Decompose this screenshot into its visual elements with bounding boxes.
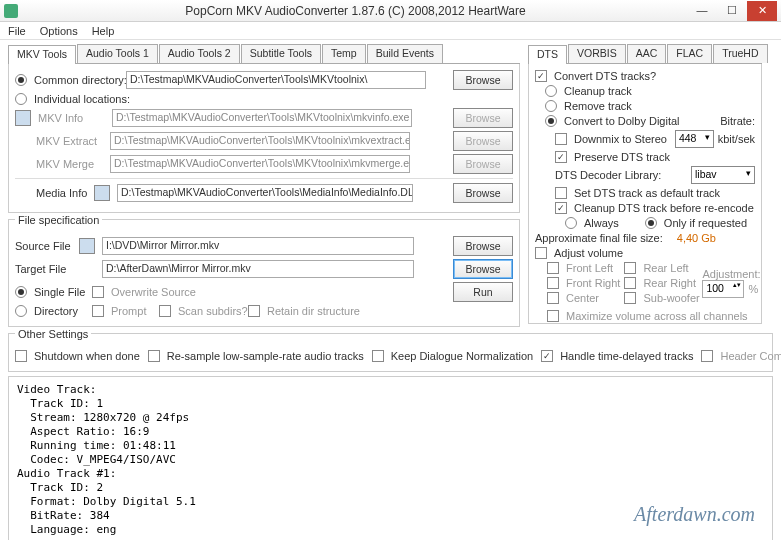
menu-file[interactable]: File [8, 25, 26, 37]
label-rear-right: Rear Right [643, 277, 696, 289]
tab-flac[interactable]: FLAC [667, 44, 712, 63]
check-front-right[interactable] [547, 277, 559, 289]
label-cleanup-track: Cleanup track [564, 85, 632, 97]
label-convert-dolby: Convert to Dolby Digital [564, 115, 680, 127]
tab-audio-tools-1[interactable]: Audio Tools 1 [77, 44, 158, 63]
check-keep-dialogue[interactable] [372, 350, 384, 362]
check-prompt[interactable] [92, 305, 104, 317]
window-title: PopCorn MKV AudioConverter 1.87.6 (C) 20… [24, 4, 687, 18]
select-bitrate[interactable]: 448 [675, 130, 714, 148]
browse-media-info[interactable]: Browse [453, 183, 513, 203]
tab-mkv-tools[interactable]: MKV Tools [8, 45, 76, 64]
check-center[interactable] [547, 292, 559, 304]
check-scan-subdirs[interactable] [159, 305, 171, 317]
select-decoder[interactable]: libav [691, 166, 755, 184]
minimize-button[interactable]: — [687, 1, 717, 21]
tab-truehd[interactable]: TrueHD [713, 44, 767, 63]
check-cleanup-before[interactable] [555, 202, 567, 214]
check-handle-td[interactable] [541, 350, 553, 362]
tab-vorbis[interactable]: VORBIS [568, 44, 626, 63]
check-shutdown[interactable] [15, 350, 27, 362]
check-convert-dts[interactable] [535, 70, 547, 82]
file-specification-title: File specification [15, 214, 102, 226]
check-overwrite-source[interactable] [92, 286, 104, 298]
tab-subtitle-tools[interactable]: Subtitle Tools [241, 44, 321, 63]
mediainfo-icon [94, 185, 110, 201]
label-preserve-dts: Preserve DTS track [574, 151, 670, 163]
check-maximize-volume[interactable] [547, 310, 559, 322]
radio-convert-dolby[interactable] [545, 115, 557, 127]
input-common-directory[interactable]: D:\Testmap\MKVAudioConverter\Tools\MKVto… [126, 71, 426, 89]
app-icon [4, 4, 18, 18]
right-tabs: DTS VORBIS AAC FLAC TrueHD [528, 44, 762, 64]
check-front-left[interactable] [547, 262, 559, 274]
browse-mkv-extract[interactable]: Browse [453, 131, 513, 151]
check-rear-left[interactable] [624, 262, 636, 274]
label-center: Center [566, 292, 599, 304]
label-always: Always [584, 217, 619, 229]
label-resample: Re-sample low-sample-rate audio tracks [167, 350, 364, 362]
titlebar: PopCorn MKV AudioConverter 1.87.6 (C) 20… [0, 0, 781, 22]
check-adjust-volume[interactable] [535, 247, 547, 259]
input-mkv-extract[interactable]: D:\Testmap\MKVAudioConverter\Tools\MKVto… [110, 132, 410, 150]
label-scan-subdirs: Scan subdirs? [178, 305, 244, 317]
label-decoder: DTS Decoder Library: [555, 169, 661, 181]
browse-source-file[interactable]: Browse [453, 236, 513, 256]
input-adjustment[interactable]: 100 [702, 280, 744, 298]
radio-remove-track[interactable] [545, 100, 557, 112]
browse-mkv-merge[interactable]: Browse [453, 154, 513, 174]
label-cleanup-before: Cleanup DTS track before re-encode [574, 202, 754, 214]
browse-target-file[interactable]: Browse [453, 259, 513, 279]
check-set-default[interactable] [555, 187, 567, 199]
label-front-right: Front Right [566, 277, 620, 289]
tab-aac[interactable]: AAC [627, 44, 667, 63]
run-button[interactable]: Run [453, 282, 513, 302]
check-retain-dir[interactable] [248, 305, 260, 317]
value-approx-size: 4,40 Gb [677, 232, 716, 244]
check-resample[interactable] [148, 350, 160, 362]
input-target-file[interactable]: D:\AfterDawn\Mirror Mirror.mkv [102, 260, 414, 278]
check-rear-right[interactable] [624, 277, 636, 289]
check-preserve-dts[interactable] [555, 151, 567, 163]
label-only-requested: Only if requested [664, 217, 747, 229]
radio-only-requested[interactable] [645, 217, 657, 229]
menu-options[interactable]: Options [40, 25, 78, 37]
close-button[interactable]: ✕ [747, 1, 777, 21]
tab-build-events[interactable]: Build Events [367, 44, 443, 63]
tab-audio-tools-2[interactable]: Audio Tools 2 [159, 44, 240, 63]
label-pct: % [748, 283, 758, 295]
menu-help[interactable]: Help [92, 25, 115, 37]
radio-cleanup-track[interactable] [545, 85, 557, 97]
other-settings-group: Other Settings Shutdown when done Re-sam… [8, 333, 773, 372]
browse-mkv-info[interactable]: Browse [453, 108, 513, 128]
radio-directory[interactable] [15, 305, 27, 317]
check-subwoofer[interactable] [624, 292, 636, 304]
input-mkv-info[interactable]: D:\Testmap\MKVAudioConverter\Tools\MKVto… [112, 109, 412, 127]
input-mkv-merge[interactable]: D:\Testmap\MKVAudioConverter\Tools\MKVto… [110, 155, 410, 173]
label-handle-td: Handle time-delayed tracks [560, 350, 693, 362]
tab-temp[interactable]: Temp [322, 44, 366, 63]
label-adjustment: Adjustment: [702, 268, 760, 280]
label-overwrite-source: Overwrite Source [111, 286, 196, 298]
menubar: File Options Help [0, 22, 781, 40]
tab-dts[interactable]: DTS [528, 45, 567, 64]
input-source-file[interactable]: I:\DVD\Mirror Mirror.mkv [102, 237, 414, 255]
label-bitrate-unit: kbit/sek [718, 133, 755, 145]
radio-single-file[interactable] [15, 286, 27, 298]
radio-always[interactable] [565, 217, 577, 229]
check-downmix[interactable] [555, 133, 567, 145]
radio-common-directory[interactable] [15, 74, 27, 86]
browse-common-directory[interactable]: Browse [453, 70, 513, 90]
label-target-file: Target File [15, 263, 75, 275]
label-adjust-volume: Adjust volume [554, 247, 623, 259]
label-directory: Directory [34, 305, 88, 317]
dts-panel: Convert DTS tracks? Cleanup track Remove… [528, 64, 762, 324]
maximize-button[interactable]: ☐ [717, 1, 747, 21]
input-media-info[interactable]: D:\Testmap\MKVAudioConverter\Tools\Media… [117, 184, 413, 202]
label-remove-track: Remove track [564, 100, 632, 112]
check-header-compression[interactable] [701, 350, 713, 362]
label-subwoofer: Sub-woofer [643, 292, 699, 304]
radio-individual-locations[interactable] [15, 93, 27, 105]
label-bitrate: Bitrate: [720, 115, 755, 127]
mkv-tools-panel: Common directory: D:\Testmap\MKVAudioCon… [8, 64, 520, 213]
